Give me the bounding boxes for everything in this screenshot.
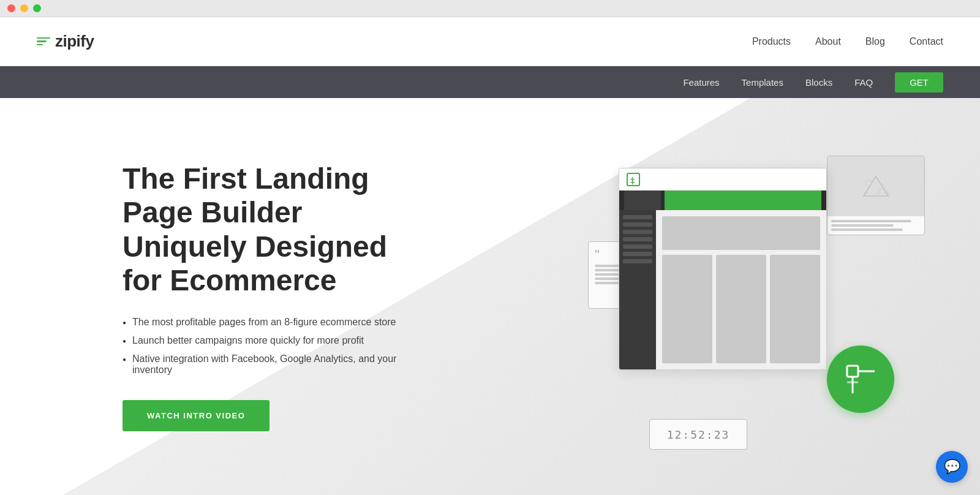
content-blocks-row bbox=[662, 255, 820, 363]
hero-title: The First Landing Page Builder Uniquely … bbox=[123, 162, 429, 297]
browser-sidebar bbox=[619, 210, 656, 369]
bg-card-image bbox=[827, 156, 924, 216]
hero-content: The First Landing Page Builder Uniquely … bbox=[0, 162, 429, 431]
time-display: 12:52:23 bbox=[667, 428, 730, 441]
logo[interactable]: zipify bbox=[37, 32, 94, 51]
hero-illustration: " + bbox=[588, 143, 931, 450]
browser-main bbox=[656, 210, 826, 369]
close-button[interactable] bbox=[7, 4, 15, 12]
time-card: 12:52:23 bbox=[649, 419, 747, 450]
content-block-sm-3 bbox=[770, 255, 820, 363]
hero-bullet-1: The most profitable pages from an 8-figu… bbox=[123, 317, 429, 328]
minimize-button[interactable] bbox=[20, 4, 28, 12]
get-button[interactable]: GET bbox=[895, 72, 943, 93]
hero-section: The First Landing Page Builder Uniquely … bbox=[0, 98, 980, 495]
maximize-button[interactable] bbox=[33, 4, 41, 12]
bg-card-lines bbox=[827, 216, 924, 235]
window-chrome bbox=[0, 0, 980, 17]
watch-video-button[interactable]: WATCH INTRO VIDEO bbox=[123, 400, 270, 431]
secondary-nav-features[interactable]: Features bbox=[683, 77, 719, 88]
chat-icon: 💬 bbox=[944, 459, 960, 475]
chat-bubble-button[interactable]: 💬 bbox=[936, 451, 968, 483]
green-badge-icon bbox=[827, 346, 894, 413]
browser-mockup: + bbox=[619, 168, 827, 370]
secondary-nav-templates[interactable]: Templates bbox=[742, 77, 783, 88]
nav-about[interactable]: About bbox=[815, 36, 841, 47]
top-nav: zipify Products About Blog Contact bbox=[0, 17, 980, 66]
nav-contact[interactable]: Contact bbox=[910, 36, 943, 47]
svg-marker-1 bbox=[877, 184, 890, 196]
browser-nav-bar bbox=[619, 191, 826, 210]
browser-header: + bbox=[619, 168, 826, 191]
logo-text: zipify bbox=[55, 32, 94, 51]
hero-bullet-3: Native integration with Facebook, Google… bbox=[123, 353, 429, 376]
secondary-nav: Features Templates Blocks FAQ GET bbox=[0, 66, 980, 98]
content-block-sm-2 bbox=[716, 255, 766, 363]
mountain-icon bbox=[861, 174, 891, 198]
content-block-wide bbox=[662, 216, 820, 250]
browser-logo-icon: + bbox=[627, 173, 640, 186]
nav-products[interactable]: Products bbox=[752, 36, 791, 47]
browser-body bbox=[619, 210, 826, 369]
secondary-nav-faq[interactable]: FAQ bbox=[854, 77, 873, 88]
top-nav-links: Products About Blog Contact bbox=[752, 36, 943, 47]
hero-bullets: The most profitable pages from an 8-figu… bbox=[123, 317, 429, 376]
content-block-sm-1 bbox=[662, 255, 712, 363]
svg-rect-3 bbox=[847, 366, 858, 377]
badge-logo-icon bbox=[844, 363, 878, 396]
svg-point-2 bbox=[865, 180, 872, 186]
nav-blog[interactable]: Blog bbox=[865, 36, 885, 47]
logo-lines-icon bbox=[37, 37, 50, 46]
bg-card-template bbox=[827, 156, 925, 235]
hero-bullet-2: Launch better campaigns more quickly for… bbox=[123, 335, 429, 346]
secondary-nav-blocks[interactable]: Blocks bbox=[805, 77, 832, 88]
